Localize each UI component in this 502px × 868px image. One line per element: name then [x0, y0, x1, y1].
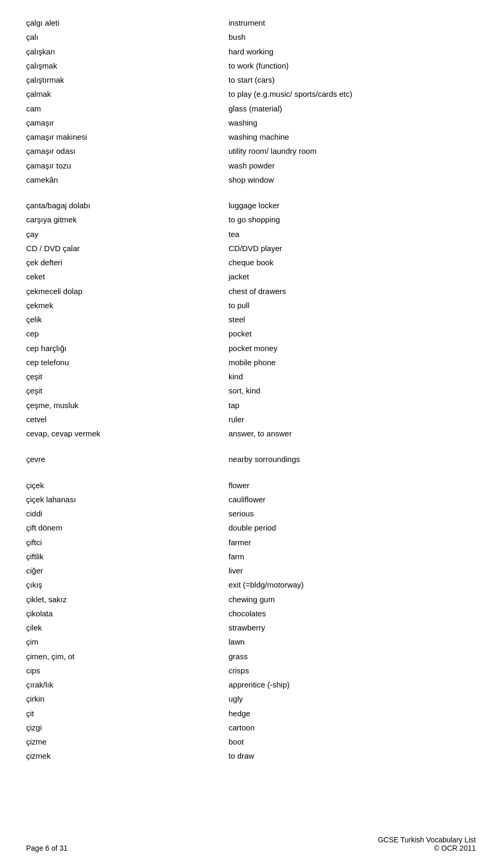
turkish-term: çanta/bagaj dolabı — [26, 198, 229, 212]
turkish-term: çek defteri — [26, 255, 229, 269]
turkish-term: cetvel — [26, 412, 229, 426]
table-row: cevap, cevap vermekanswer, to answer — [26, 426, 476, 441]
table-row: çiklet, sakızchewing gum — [26, 592, 476, 606]
turkish-term: çıkış — [26, 578, 229, 592]
english-translation: hedge — [229, 706, 476, 720]
vocabulary-page: çalgı aletiinstrumentçalıbushçalışkanhar… — [26, 16, 476, 763]
english-translation: lawn — [229, 635, 476, 649]
table-row: çimlawn — [26, 635, 476, 649]
english-translation: nearby sorroundings — [229, 452, 476, 466]
english-translation: double period — [229, 521, 476, 535]
english-translation: to pull — [229, 298, 476, 312]
turkish-term: çilek — [26, 621, 229, 635]
english-translation: strawberry — [229, 621, 476, 635]
turkish-term: çalışkan — [26, 44, 229, 59]
turkish-term: çamaşır makinesi — [26, 130, 229, 144]
turkish-term: çiftlik — [26, 549, 229, 563]
english-translation: wash powder — [229, 159, 476, 173]
table-row: çamaşır odasıutility room/ laundry room — [26, 144, 476, 158]
english-translation: shop window — [229, 173, 476, 187]
turkish-term: çalışmak — [26, 59, 229, 73]
turkish-term: çeşme, musluk — [26, 398, 229, 412]
table-row: çizmeboot — [26, 735, 476, 749]
turkish-term: ceket — [26, 269, 229, 284]
table-row: CD / DVD çalarCD/DVD player — [26, 241, 476, 255]
table-row: çalışmakto work (function) — [26, 59, 476, 73]
table-row: çiftcifarmer — [26, 535, 476, 549]
english-translation: CD/DVD player — [229, 241, 476, 255]
table-row: çizgicartoon — [26, 720, 476, 735]
turkish-term: çalmak — [26, 87, 229, 101]
english-translation: tap — [229, 398, 476, 412]
table-row: çalıştırmakto start (cars) — [26, 73, 476, 87]
table-row: cep telefonumobile phone — [26, 355, 476, 369]
turkish-term: cips — [26, 663, 229, 678]
turkish-term: ciğer — [26, 563, 229, 578]
footer: Page 6 of 31 GCSE Turkish Vocabulary Lis… — [26, 836, 476, 852]
table-row: çiçek lahanasıcauliflower — [26, 492, 476, 506]
table-row: çanta/bagaj dolabıluggage locker — [26, 198, 476, 212]
document-title: GCSE Turkish Vocabulary List — [378, 836, 476, 844]
table-row: carşıya gitmekto go shopping — [26, 212, 476, 227]
english-translation: washing — [229, 116, 476, 130]
copyright: © OCR 2011 — [378, 844, 476, 852]
english-translation: flower — [229, 478, 476, 492]
turkish-term: cam — [26, 102, 229, 116]
table-row: çeşitkind — [26, 369, 476, 384]
english-translation: farm — [229, 549, 476, 563]
table-row: çekmekto pull — [26, 298, 476, 312]
english-translation: cheque book — [229, 255, 476, 269]
english-translation: pocket money — [229, 341, 476, 355]
turkish-term: çizmek — [26, 749, 229, 763]
english-translation: chest of drawers — [229, 284, 476, 298]
table-row: çiftlikfarm — [26, 549, 476, 563]
spacer-row — [26, 467, 476, 478]
table-row: çirkinugly — [26, 692, 476, 706]
turkish-term: carşıya gitmek — [26, 212, 229, 227]
table-row: çikolatachocolates — [26, 606, 476, 621]
spacer-row — [26, 441, 476, 452]
turkish-term: CD / DVD çalar — [26, 241, 229, 255]
turkish-term: çikolata — [26, 606, 229, 621]
english-translation: ruler — [229, 412, 476, 426]
turkish-term: çeşit — [26, 384, 229, 398]
turkish-term: çizgi — [26, 720, 229, 735]
turkish-term: camekân — [26, 173, 229, 187]
turkish-term: çizme — [26, 735, 229, 749]
table-row: çek deftericheque book — [26, 255, 476, 269]
turkish-term: çelik — [26, 312, 229, 326]
turkish-term: çit — [26, 706, 229, 720]
table-row: çeliksteel — [26, 312, 476, 326]
turkish-term: cep — [26, 326, 229, 341]
turkish-term: çay — [26, 227, 229, 241]
english-translation: instrument — [229, 16, 476, 30]
english-translation: mobile phone — [229, 355, 476, 369]
english-translation: apprentice (-ship) — [229, 678, 476, 692]
turkish-term: çiçek lahanası — [26, 492, 229, 506]
english-translation: tea — [229, 227, 476, 241]
english-translation: bush — [229, 30, 476, 44]
table-row: cetvelruler — [26, 412, 476, 426]
turkish-term: cep telefonu — [26, 355, 229, 369]
table-row: cipscrisps — [26, 663, 476, 678]
table-row: çilekstrawberry — [26, 621, 476, 635]
table-row: çalgı aletiinstrument — [26, 16, 476, 30]
english-translation: sort, kind — [229, 384, 476, 398]
english-translation: to start (cars) — [229, 73, 476, 87]
table-row: çırak/lıkapprentice (-ship) — [26, 678, 476, 692]
table-row: çalışkanhard working — [26, 44, 476, 59]
turkish-term: çiftci — [26, 535, 229, 549]
english-translation: jacket — [229, 269, 476, 284]
table-row: ciddiserious — [26, 506, 476, 521]
table-row: çizmekto draw — [26, 749, 476, 763]
english-translation: farmer — [229, 535, 476, 549]
english-translation: washing machine — [229, 130, 476, 144]
english-translation: glass (material) — [229, 102, 476, 116]
table-row: ceketjacket — [26, 269, 476, 284]
vocabulary-table: çalgı aletiinstrumentçalıbushçalışkanhar… — [26, 16, 476, 763]
english-translation: luggage locker — [229, 198, 476, 212]
turkish-term: çalıştırmak — [26, 73, 229, 87]
english-translation: cartoon — [229, 720, 476, 735]
english-translation: chocolates — [229, 606, 476, 621]
table-row: cep harçlığıpocket money — [26, 341, 476, 355]
